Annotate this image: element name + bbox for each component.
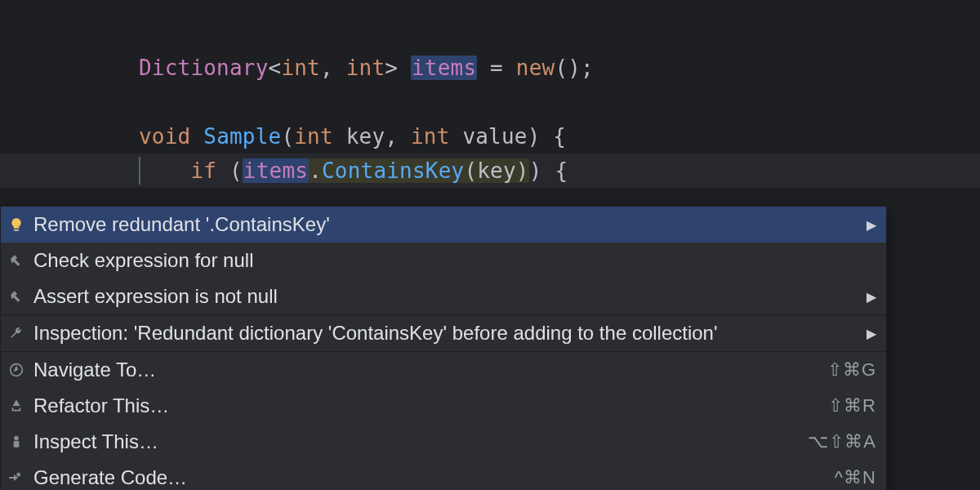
method-call: ContainsKey xyxy=(322,158,464,183)
action-label: Generate Code… xyxy=(33,466,826,489)
action-refactor-this[interactable]: Refactor This… ⇧⌘R xyxy=(1,388,886,424)
shortcut: ⇧⌘G xyxy=(827,359,876,381)
field-token: items xyxy=(411,56,477,80)
action-inspect-this[interactable]: Inspect This… ⌥⇧⌘A xyxy=(1,424,886,460)
refactor-icon xyxy=(7,397,25,415)
action-generate-code[interactable]: Generate Code… ^⌘N xyxy=(1,460,886,490)
shortcut: ^⌘N xyxy=(835,467,876,488)
hammer-icon xyxy=(7,287,25,305)
action-label: Inspection: 'Redundant dictionary 'Conta… xyxy=(33,322,858,345)
svg-rect-0 xyxy=(14,229,20,231)
code-editor[interactable]: Dictionary<int, int> items = new(); void… xyxy=(0,0,980,188)
action-remove-redundant-containskey[interactable]: Remove redundant '.ContainsKey' ▶ xyxy=(1,207,886,243)
code-line: Dictionary<int, int> items = new(); xyxy=(0,51,980,85)
action-label: Refactor This… xyxy=(33,394,820,417)
inspect-icon xyxy=(7,433,25,451)
action-label: Check expression for null xyxy=(33,249,876,272)
wrench-icon xyxy=(7,324,25,342)
action-label: Remove redundant '.ContainsKey' xyxy=(33,213,858,236)
compass-icon xyxy=(7,361,25,379)
context-actions-popup: Remove redundant '.ContainsKey' ▶ Check … xyxy=(0,206,887,490)
code-line-active: if (items.ContainsKey(key)) { xyxy=(0,154,980,188)
hammer-icon xyxy=(7,252,25,270)
type-token: Dictionary xyxy=(139,56,269,80)
blank-line xyxy=(0,85,980,119)
generate-icon xyxy=(7,469,25,487)
svg-point-2 xyxy=(14,436,19,441)
chevron-right-icon: ▶ xyxy=(866,289,876,305)
lightbulb-icon xyxy=(7,216,25,234)
action-assert-not-null[interactable]: Assert expression is not null ▶ xyxy=(1,278,886,314)
shortcut: ⌥⇧⌘A xyxy=(808,431,876,452)
action-inspection-options[interactable]: Inspection: 'Redundant dictionary 'Conta… xyxy=(1,315,886,351)
action-label: Inspect This… xyxy=(33,430,800,453)
action-check-expression-null[interactable]: Check expression for null xyxy=(1,243,886,278)
svg-rect-3 xyxy=(14,441,20,448)
action-label: Navigate To… xyxy=(33,359,819,381)
chevron-right-icon: ▶ xyxy=(866,326,876,341)
chevron-right-icon: ▶ xyxy=(866,217,876,233)
code-line: void Sample(int key, int value) { xyxy=(0,119,980,154)
method-name: Sample xyxy=(203,124,281,149)
action-label: Assert expression is not null xyxy=(33,285,858,308)
action-navigate-to[interactable]: Navigate To… ⇧⌘G xyxy=(1,352,886,388)
shortcut: ⇧⌘R xyxy=(828,395,876,416)
